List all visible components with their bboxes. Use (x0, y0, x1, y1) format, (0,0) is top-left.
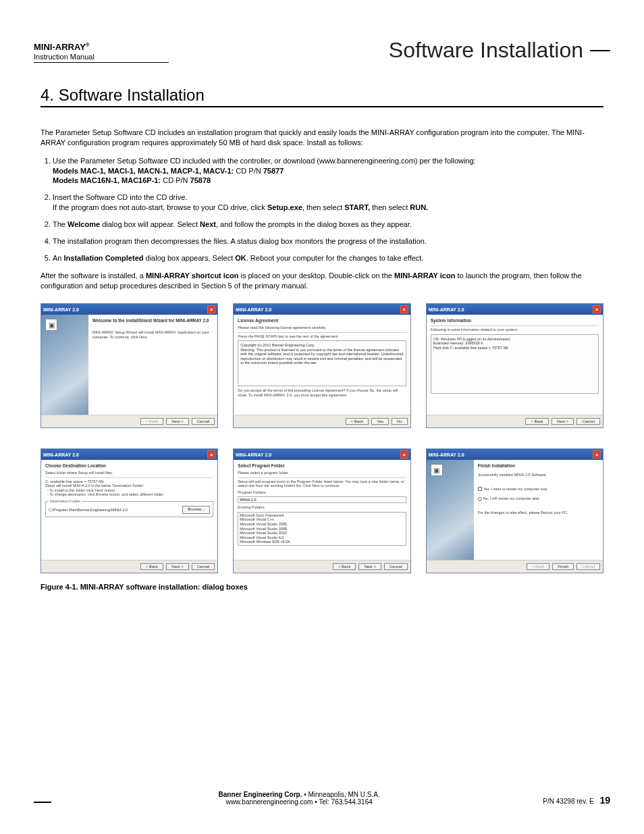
dialog-sysinfo: MINI-ARRAY 2.0× System Information Follo… (426, 303, 603, 428)
installer-icon: ▣ (431, 464, 443, 476)
close-icon[interactable]: × (400, 305, 408, 313)
after-paragraph: After the software is installed, a MINI-… (41, 271, 603, 291)
screenshot-grid: MINI-ARRAY 2.0× ▣ Welcome to the Install… (41, 303, 603, 573)
restart-now-radio[interactable] (478, 487, 482, 491)
close-icon[interactable]: × (207, 450, 215, 459)
dialog-finish: MINI-ARRAY 2.0× ▣ Finish Installation Su… (426, 448, 603, 573)
section-heading: 4. Software Installation (41, 86, 603, 107)
dialog-license: MINI-ARRAY 2.0× License Agreement Please… (233, 303, 410, 428)
program-folder-input[interactable] (238, 496, 406, 503)
cancel-button[interactable]: Cancel (384, 563, 408, 570)
cancel-button[interactable]: Cancel (576, 418, 600, 425)
manual-subtitle: Instruction Manual (34, 53, 169, 61)
cancel-button[interactable]: Cancel (192, 563, 215, 570)
close-icon[interactable]: × (593, 450, 601, 459)
close-icon[interactable]: × (593, 305, 601, 313)
cancel-button[interactable]: Cancel (192, 418, 215, 425)
product-name: MINI-ARRAY (34, 42, 86, 52)
dialog-destination: MINI-ARRAY 2.0× Choose Destination Locat… (41, 448, 218, 573)
registered-mark: ® (86, 42, 90, 48)
page-number: 19 (599, 795, 610, 806)
step-2: Insert the Software CD into the CD drive… (53, 192, 603, 213)
back-button[interactable]: < Back (346, 418, 369, 425)
yes-button[interactable]: Yes (371, 418, 389, 425)
next-button[interactable]: Next > (358, 563, 381, 570)
page-footer: Banner Engineering Corp. • Minneapolis, … (34, 791, 610, 806)
cancel-button: Cancel (576, 563, 600, 570)
dialog-welcome: MINI-ARRAY 2.0× ▣ Welcome to the Install… (41, 303, 218, 428)
no-button[interactable]: No (392, 418, 408, 425)
restart-later-radio[interactable] (478, 497, 482, 501)
section-title: Software Installation (389, 38, 583, 63)
intro-paragraph: The Parameter Setup Software CD includes… (41, 128, 603, 148)
back-button[interactable]: < Back (333, 563, 356, 570)
browse-button[interactable]: Browse... (182, 506, 210, 513)
next-button[interactable]: Next > (166, 563, 189, 570)
step-3: The Welcome dialog box will appear. Sele… (53, 219, 603, 230)
back-button: < Back (527, 563, 550, 570)
close-icon[interactable]: × (207, 305, 215, 313)
dialog-program-folder: MINI-ARRAY 2.0× Select Program Folder Pl… (233, 448, 410, 573)
step-4: The installation program then decompress… (53, 236, 603, 246)
header-rule (590, 50, 610, 51)
page-header: MINI-ARRAY® Instruction Manual Software … (34, 38, 610, 63)
installer-icon: ▣ (45, 319, 57, 331)
back-button[interactable]: < Back (525, 418, 549, 425)
finish-button[interactable]: Finish (552, 563, 574, 570)
existing-folders-list[interactable]: Microsoft Sync Framework Microsoft Visua… (238, 512, 406, 546)
next-button[interactable]: Next > (166, 418, 189, 425)
install-steps: Use the Parameter Setup Software CD incl… (53, 156, 603, 263)
close-icon[interactable]: × (400, 450, 408, 459)
back-button: < Back (140, 418, 164, 425)
step-5: An Installation Completed dialog box app… (53, 253, 603, 263)
next-button[interactable]: Next > (552, 418, 574, 425)
back-button[interactable]: < Back (140, 563, 164, 570)
step-1: Use the Parameter Setup Software CD incl… (53, 156, 603, 186)
figure-caption: Figure 4-1. MINI-ARRAY software installa… (41, 583, 603, 591)
